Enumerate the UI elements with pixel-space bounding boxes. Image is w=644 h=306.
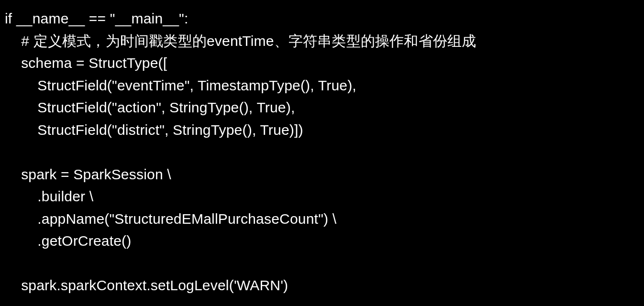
code-block: if __name__ == "__main__": # 定义模式，为时间戳类型… xyxy=(0,0,644,297)
